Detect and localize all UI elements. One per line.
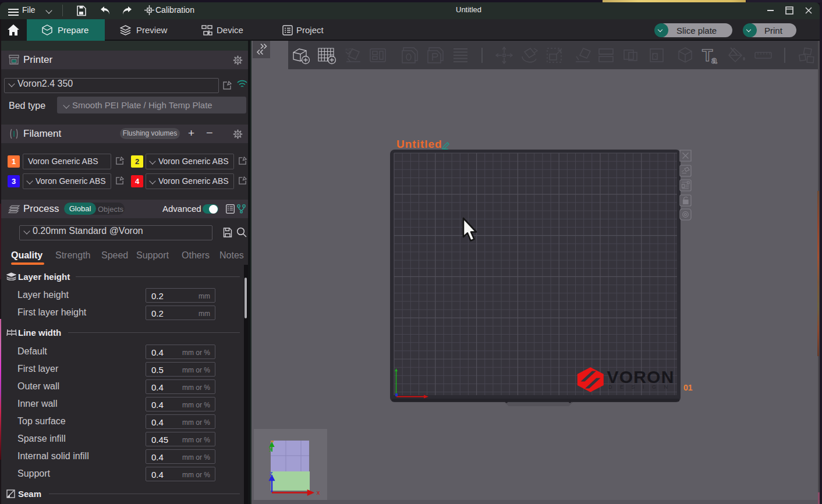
svg-text:z: z <box>270 470 273 477</box>
svg-text:x: x <box>317 489 320 496</box>
svg-text:a: a <box>711 55 717 66</box>
svg-text:AUTO: AUTO <box>345 48 353 51</box>
svg-text:y: y <box>269 445 272 452</box>
svg-text:DESIGN: DESIGN <box>608 384 676 390</box>
